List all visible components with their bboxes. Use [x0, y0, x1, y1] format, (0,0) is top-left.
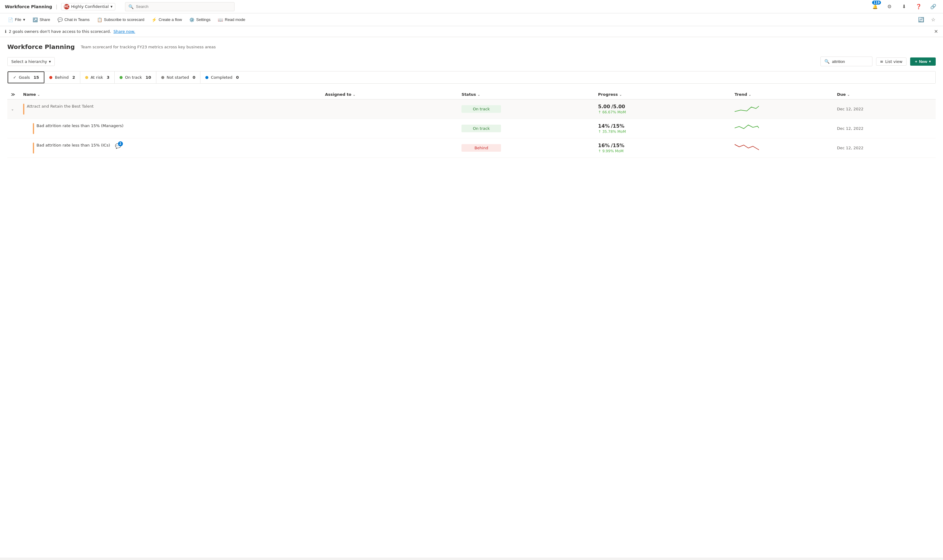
scorecard-search-box[interactable]: 🔍 — [820, 57, 872, 66]
filter-behind[interactable]: Behind 2 — [45, 71, 80, 83]
parent-goal-name[interactable]: Attract and Retain the Best Talent — [27, 104, 94, 109]
parent-trend-cell — [731, 99, 834, 119]
file-chevron: ▾ — [23, 17, 25, 22]
page-title: Workforce Planning — [7, 43, 75, 51]
app-title: Workforce Planning — [5, 4, 52, 9]
filter-goals[interactable]: ✓ Goals 15 — [8, 71, 45, 83]
alertbar: ℹ️ 2 goals owners don't have access to t… — [0, 26, 943, 37]
parent-progress-value: 5.00 — [598, 104, 610, 109]
filter-behind-count: 2 — [72, 75, 75, 80]
child1-assigned-cell — [322, 119, 458, 138]
alert-message: 2 goals owners don't have access to this… — [9, 29, 111, 34]
filter-goals-label: Goals — [19, 75, 30, 80]
filter-not-started-label: Not started — [167, 75, 189, 80]
refresh-button[interactable]: 🔄 — [916, 15, 926, 25]
status-badge-on-track[interactable]: On track — [461, 105, 501, 113]
comment-icon[interactable]: 💬 2 — [115, 143, 121, 149]
alert-close-button[interactable]: ✕ — [934, 29, 938, 34]
filter-on-track-label: On track — [125, 75, 142, 80]
child1-name-cell: Bad attrition rate less than 15% (Manage… — [20, 119, 322, 138]
goals-table: ≫ Name ⌄ Assigned to ⌄ Status ⌄ Progress… — [7, 90, 936, 158]
page-header: Workforce Planning Team scorecard for tr… — [7, 43, 936, 51]
bookmark-button[interactable]: ☆ — [928, 15, 938, 25]
child2-due-date: Dec 12, 2022 — [833, 138, 936, 158]
filter-completed-count: 0 — [236, 75, 239, 80]
filter-not-started[interactable]: Not started 0 — [156, 71, 200, 83]
filter-at-risk-label: At risk — [91, 75, 103, 80]
child1-progress-cell: 14% /15% ↑ 35.78% MoM — [595, 119, 731, 138]
notification-button[interactable]: 🔔 119 — [870, 2, 880, 12]
filter-completed-label: Completed — [211, 75, 233, 80]
help-icon-button[interactable]: ❓ — [914, 2, 923, 12]
child1-goal-name[interactable]: Bad attrition rate less than 15% (Manage… — [37, 123, 123, 129]
col-progress-header[interactable]: Progress ⌄ — [595, 90, 731, 99]
child2-progress-value: 16% — [598, 143, 610, 148]
parent-progress-sub: ↑ 66.67% MoM — [598, 110, 727, 114]
col-trend-header[interactable]: Trend ⌄ — [731, 90, 834, 99]
new-button[interactable]: + New ▾ — [910, 57, 936, 66]
new-chevron: ▾ — [929, 60, 931, 63]
child2-progress-sub: ↑ 9.99% MoM — [598, 149, 727, 153]
expand-cell: ⌄ — [7, 99, 20, 119]
child1-due-date: Dec 12, 2022 — [833, 119, 936, 138]
create-flow-button[interactable]: ⚡ Create a flow — [148, 15, 185, 25]
child2-assigned-cell — [322, 138, 458, 158]
global-search[interactable]: 🔍 — [125, 2, 234, 11]
settings-cmd-icon: ⚙️ — [189, 17, 194, 22]
main-content: Workforce Planning Team scorecard for tr… — [0, 37, 943, 558]
filter-completed[interactable]: Completed 0 — [200, 71, 243, 83]
due-sort-icon: ⌄ — [847, 93, 850, 97]
file-label: File — [15, 17, 21, 22]
col-status-header[interactable]: Status ⌄ — [458, 90, 595, 99]
file-button[interactable]: 📄 File ▾ — [5, 15, 28, 25]
settings-icon-button[interactable]: ⚙️ — [884, 2, 894, 12]
table-row: Bad attrition rate less than 15% (Manage… — [7, 119, 936, 138]
chat-in-teams-button[interactable]: 💬 Chat in Teams — [54, 15, 93, 25]
confidential-badge[interactable]: HC Highly Confidential ▾ — [61, 3, 115, 10]
col-name-header[interactable]: Name ⌄ — [20, 90, 322, 99]
hierarchy-select[interactable]: Select a hierarchy ▾ — [7, 57, 55, 66]
settings-label: Settings — [196, 17, 211, 22]
filter-not-started-count: 0 — [193, 75, 195, 80]
share-button[interactable]: ↗️ Share — [29, 15, 53, 25]
read-mode-label: Read mode — [225, 17, 245, 22]
status-badge-on-track-2[interactable]: On track — [461, 125, 501, 132]
share-icon-button[interactable]: 🔗 — [928, 2, 938, 12]
name-sort-icon: ⌄ — [37, 93, 40, 97]
parent-status-cell: On track — [458, 99, 595, 119]
alert-share-link[interactable]: Share now. — [114, 29, 135, 34]
comment-count-badge: 2 — [118, 142, 123, 146]
new-plus-icon: + — [915, 59, 917, 64]
list-view-button[interactable]: ≡ List view — [876, 57, 906, 66]
confidential-label: Highly Confidential — [71, 4, 109, 9]
filter-goals-count: 15 — [34, 75, 39, 80]
col-assigned-header[interactable]: Assigned to ⌄ — [322, 90, 458, 99]
filter-at-risk[interactable]: At risk 3 — [80, 71, 115, 83]
flow-icon: ⚡ — [151, 17, 157, 22]
child2-progress-cell: 16% /15% ↑ 9.99% MoM — [595, 138, 731, 158]
expand-all-icon[interactable]: ≫ — [11, 92, 15, 97]
collapse-icon[interactable]: ⌄ — [11, 107, 14, 111]
table-row: Bad attrition rate less than 15% (ICs) 💬… — [7, 138, 936, 158]
child2-trend-cell — [731, 138, 834, 158]
filter-at-risk-count: 3 — [107, 75, 109, 80]
parent-trend-chart — [735, 103, 759, 115]
col-due-header[interactable]: Due ⌄ — [833, 90, 936, 99]
filter-on-track[interactable]: On track 10 — [115, 71, 156, 83]
status-badge-behind[interactable]: Behind — [461, 144, 501, 152]
subscribe-button[interactable]: 📋 Subscribe to scorecard — [94, 15, 148, 25]
row-status-bar — [33, 143, 34, 154]
share-label: Share — [40, 17, 50, 22]
search-input[interactable] — [136, 4, 231, 9]
child1-progress-value: 14% — [598, 123, 610, 129]
alert-icon: ℹ️ — [5, 29, 6, 34]
progress-header-label: Progress — [598, 92, 618, 97]
scorecard-search-input[interactable] — [832, 59, 869, 64]
read-mode-icon: 📖 — [218, 17, 223, 22]
settings-button[interactable]: ⚙️ Settings — [186, 15, 214, 25]
download-icon-button[interactable]: ⬇️ — [899, 2, 909, 12]
read-mode-button[interactable]: 📖 Read mode — [215, 15, 248, 25]
filter-behind-label: Behind — [55, 75, 68, 80]
child1-expand-cell — [7, 119, 20, 138]
child2-goal-name[interactable]: Bad attrition rate less than 15% (ICs) — [37, 143, 110, 148]
